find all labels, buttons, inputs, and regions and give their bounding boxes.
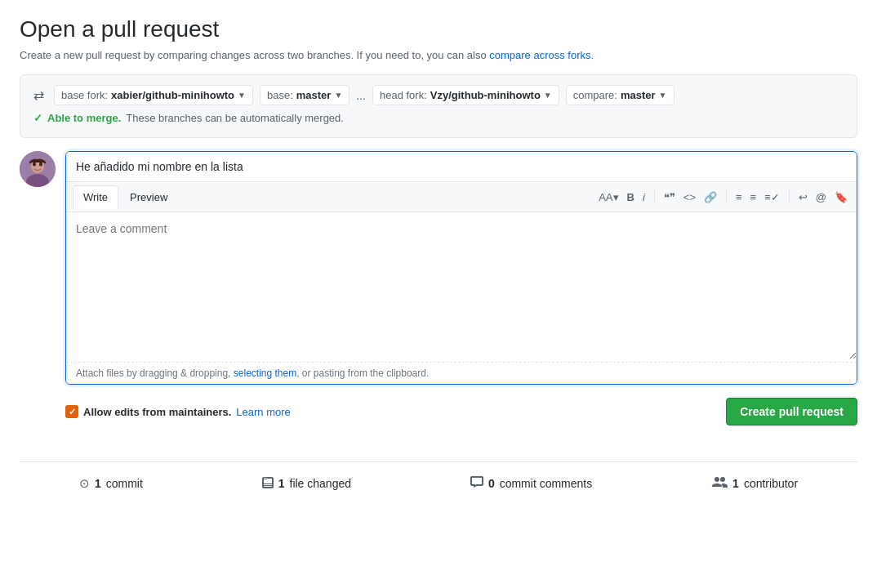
avatar (20, 151, 56, 187)
comment-textarea[interactable] (66, 212, 857, 359)
unordered-list-button[interactable]: ≡ (733, 189, 745, 205)
toolbar-divider-3 (789, 190, 790, 203)
learn-more-link[interactable]: Learn more (236, 406, 290, 418)
italic-button[interactable]: i (640, 189, 648, 205)
maintainer-section: Allow edits from maintainers. Learn more (65, 405, 291, 418)
commits-icon: ⊙ (79, 476, 90, 491)
files-stat: 1 file changed (262, 475, 351, 491)
page-title: Open a pull request (20, 16, 857, 42)
link-button[interactable]: 🔗 (701, 189, 719, 205)
stats-footer: ⊙ 1 commit 1 file changed 0 commit comme… (20, 461, 857, 504)
base-branch-selector[interactable]: base: master ▼ (260, 85, 349, 105)
toolbar-divider-2 (726, 190, 727, 203)
comments-icon (470, 475, 483, 491)
saved-replies-button[interactable]: 🔖 (832, 189, 850, 205)
reply-button[interactable]: ↩ (796, 189, 810, 205)
contributors-stat: 1 contributor (711, 475, 798, 491)
form-footer: Allow edits from maintainers. Learn more… (65, 388, 857, 435)
compare-branch-chevron: ▼ (659, 91, 667, 100)
comments-stat: 0 commit comments (470, 475, 592, 491)
head-fork-selector[interactable]: head fork: Vzy/github-minihowto ▼ (372, 85, 559, 105)
merge-status: ✓ Able to merge. These branches can be a… (33, 105, 844, 127)
preview-tab[interactable]: Preview (120, 186, 177, 208)
select-files-link[interactable]: selecting them (234, 368, 296, 379)
compare-icon: ⇄ (33, 87, 44, 103)
code-button[interactable]: <> (681, 189, 698, 205)
allow-edits-label: Allow edits from maintainers. (83, 406, 231, 418)
bold-button[interactable]: B (625, 189, 637, 205)
write-tab[interactable]: Write (73, 185, 118, 209)
svg-point-4 (33, 163, 36, 167)
formatting-tools: AA▾ B i ❝❞ <> 🔗 ≡ ≡ ≡✓ ↩ @ 🔖 (596, 189, 850, 205)
create-pr-button[interactable]: Create pull request (726, 398, 857, 425)
compare-branch-selector[interactable]: compare: master ▼ (566, 85, 674, 105)
comment-toolbar: Write Preview AA▾ B i ❝❞ <> 🔗 ≡ ≡ ≡✓ ↩ (66, 182, 857, 212)
pr-title-input[interactable] (66, 152, 857, 182)
commits-stat: ⊙ 1 commit (79, 476, 143, 491)
files-icon (262, 475, 274, 491)
quote-button[interactable]: ❝❞ (661, 189, 678, 205)
toolbar-divider-1 (654, 190, 655, 203)
attach-text: Attach files by dragging & dropping, sel… (66, 362, 857, 384)
ordered-list-button[interactable]: ≡ (748, 189, 759, 205)
dots-separator: ... (356, 89, 366, 102)
text-style-button[interactable]: AA▾ (596, 189, 621, 205)
svg-point-5 (39, 163, 42, 167)
base-branch-chevron: ▼ (334, 91, 342, 100)
task-list-button[interactable]: ≡✓ (762, 189, 782, 205)
merge-check-icon: ✓ (33, 112, 42, 124)
merge-able-text: Able to merge. (47, 112, 121, 124)
allow-edits-checkbox[interactable] (65, 405, 78, 418)
form-body: Write Preview AA▾ B i ❝❞ <> 🔗 ≡ ≡ ≡✓ ↩ (65, 151, 857, 385)
page-subtitle: Create a new pull request by comparing c… (20, 49, 857, 61)
merge-detail-text: These branches can be automatically merg… (126, 112, 344, 124)
compare-forks-link[interactable]: compare across forks (489, 49, 590, 61)
head-fork-chevron: ▼ (544, 91, 552, 100)
base-fork-chevron: ▼ (238, 91, 246, 100)
branch-bar: ⇄ base fork: xabier/github-minihowto ▼ b… (20, 74, 857, 138)
base-fork-selector[interactable]: base fork: xabier/github-minihowto ▼ (54, 85, 253, 105)
mention-button[interactable]: @ (813, 189, 829, 205)
contributors-icon (711, 475, 728, 491)
pr-form: Write Preview AA▾ B i ❝❞ <> 🔗 ≡ ≡ ≡✓ ↩ (20, 151, 857, 385)
